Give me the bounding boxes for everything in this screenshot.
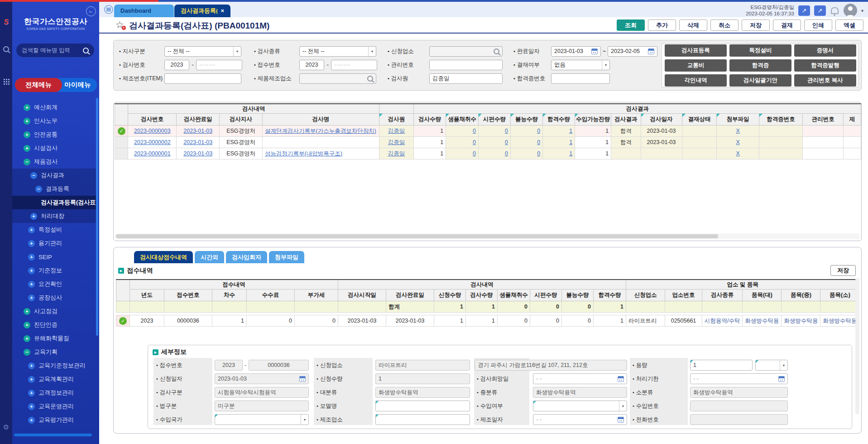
capacity-input[interactable]: 1 <box>690 360 753 371</box>
sidebar-item-23[interactable]: 교육평가관리 <box>12 413 96 427</box>
sidebar-item-19[interactable]: 교육기준정보관리 <box>12 359 96 372</box>
search-button[interactable]: 조회 <box>617 19 645 31</box>
minus-circle-icon[interactable] <box>24 159 30 165</box>
insp-no-link[interactable]: 2023-0000002 <box>134 139 171 145</box>
tab-current-page[interactable]: 검사결과등록(검사 × <box>174 5 230 17</box>
plus-circle-icon[interactable] <box>28 254 35 261</box>
external-link-icon[interactable] <box>798 5 810 16</box>
approve-button[interactable]: 결재 <box>773 19 801 31</box>
certificate-button[interactable]: 증명서 <box>794 44 856 57</box>
calendar-icon[interactable] <box>648 48 654 54</box>
plus-circle-icon[interactable] <box>24 118 30 125</box>
fail-link[interactable]: 0 <box>537 150 540 157</box>
complete-to-input[interactable]: 2023-02-05 <box>608 46 657 57</box>
print-button[interactable]: 인쇄 <box>804 19 832 31</box>
search-icon[interactable] <box>3 46 9 52</box>
attachment-link[interactable]: X <box>736 128 739 134</box>
maker-input[interactable] <box>375 414 470 425</box>
sidebar-item-16[interactable]: 진단인증 <box>12 318 96 332</box>
sidebar-item-9[interactable]: 특정설비 <box>12 223 96 236</box>
sidebar-item-14[interactable]: 공장심사 <box>12 291 96 304</box>
inspector-link[interactable]: 김종일 <box>388 128 405 134</box>
calendar-icon[interactable] <box>618 376 624 382</box>
plus-circle-icon[interactable] <box>28 294 35 301</box>
pass-cert-button[interactable]: 합격증 <box>729 59 791 72</box>
minus-circle-icon[interactable] <box>30 172 37 179</box>
insp-no-year-input[interactable]: 2023 <box>164 60 189 70</box>
sidebar-item-21[interactable]: 고객정보관리 <box>12 386 96 400</box>
specimen-link[interactable]: 0 <box>505 139 508 145</box>
calendar-icon[interactable] <box>591 48 598 54</box>
plus-circle-icon[interactable] <box>28 362 35 369</box>
sidebar-item-1[interactable]: 인사노무 <box>12 114 96 128</box>
mgmt-no-copy-button[interactable]: 관리번호 복사 <box>794 74 856 87</box>
sidebar-item-17[interactable]: 유해화학물질 <box>12 332 96 345</box>
table-row[interactable]: 2023-0000002 2023-01-03 ESG경영처 김종일 1 0 0… <box>115 137 861 148</box>
inspector-link[interactable]: 김종일 <box>388 139 405 145</box>
cancel-button[interactable]: 취소 <box>710 19 739 31</box>
model-input[interactable] <box>375 401 470 411</box>
sidebar-item-4[interactable]: 제품검사 <box>12 155 96 169</box>
notification-bell-icon[interactable] <box>831 7 839 14</box>
mfg-date-input[interactable]: - - <box>533 414 627 425</box>
plus-circle-icon[interactable] <box>28 417 35 424</box>
fail-link[interactable]: 0 <box>537 139 540 145</box>
sidebar-item-5[interactable]: 검사결과 <box>12 169 96 182</box>
apps-grid-icon[interactable] <box>4 79 5 80</box>
close-icon[interactable]: × <box>221 5 224 17</box>
sidebar-item-12[interactable]: 기준정보 <box>12 264 96 277</box>
sidebar-item-8[interactable]: 처리대장 <box>12 209 96 223</box>
sidebar-item-2[interactable]: 안전공통 <box>12 128 96 141</box>
sidebar-item-13[interactable]: 요건확인 <box>12 277 96 291</box>
sidebar-item-6[interactable]: 결과등록 <box>12 182 96 196</box>
special-equipment-button[interactable]: 특정설비 <box>729 44 791 57</box>
chevron-down-icon[interactable] <box>301 415 308 425</box>
favorite-star-icon[interactable] <box>115 19 124 30</box>
sidebar-item-22[interactable]: 교육운영관리 <box>12 400 96 413</box>
sidebar-vertical-scrollbar[interactable] <box>96 98 98 336</box>
approval-select[interactable]: 없음 <box>551 60 610 70</box>
chevron-down-icon[interactable] <box>233 47 241 56</box>
hope-date-input[interactable]: - - <box>533 373 627 384</box>
inspector-input[interactable]: 김종일 <box>429 73 503 84</box>
search-icon[interactable] <box>494 48 499 54</box>
sidebar-item-3[interactable]: 시설검사 <box>12 141 96 155</box>
calendar-icon[interactable] <box>778 376 785 382</box>
plus-circle-icon[interactable] <box>24 145 30 152</box>
deadline-input[interactable]: - - <box>690 373 788 384</box>
avatar[interactable] <box>844 4 857 17</box>
insp-no-serial-input[interactable]: ------- <box>196 60 242 70</box>
inspector-link[interactable]: 김종일 <box>388 150 405 157</box>
batch-draft-button[interactable]: 검사일괄기안 <box>729 74 791 87</box>
tab-attachment[interactable]: 첨부파일 <box>269 251 304 263</box>
receipt-no-year-input[interactable]: 2023 <box>299 60 324 70</box>
mgmt-no-input[interactable] <box>429 60 503 70</box>
sample-link[interactable]: 0 <box>473 139 476 145</box>
insp-name-link[interactable]: 설계단계검사기록부(가스누출경보차단장치) <box>265 128 376 134</box>
excel-button[interactable]: 엑셀 <box>835 19 863 31</box>
capacity-unit-select[interactable] <box>755 360 788 371</box>
insp-no-link[interactable]: 2023-0000001 <box>134 150 171 157</box>
plus-circle-icon[interactable] <box>28 390 35 396</box>
row-selector[interactable] <box>115 137 128 148</box>
tab-all-menu[interactable]: 전체메뉴 <box>15 78 62 92</box>
scrollbar-thumb[interactable] <box>116 234 718 238</box>
complete-date-link[interactable]: 2023-01-03 <box>183 128 212 134</box>
import-country-select[interactable] <box>215 414 309 425</box>
search-icon[interactable] <box>83 48 89 53</box>
sidebar-item-7-active[interactable]: 검사결과등록(검사표) <box>12 196 96 209</box>
chevron-down-icon[interactable] <box>368 47 376 56</box>
plus-circle-icon[interactable] <box>28 403 35 410</box>
menu-search-input[interactable]: 검색할 메뉴명 입력 <box>16 43 94 57</box>
receipt-save-button[interactable]: 저장 <box>830 265 856 276</box>
insp-sheet-reg-button[interactable]: 검사표등록 <box>665 44 727 57</box>
fail-link[interactable]: 0 <box>537 128 540 134</box>
row-selector[interactable] <box>116 315 130 327</box>
calendar-icon[interactable] <box>618 417 624 423</box>
chevron-down-icon[interactable] <box>780 360 787 370</box>
sidebar-item-20[interactable]: 교육계획관리 <box>12 372 96 386</box>
open-window-icon[interactable] <box>814 5 826 16</box>
attachment-link[interactable]: X <box>736 139 739 145</box>
sidebar-item-11[interactable]: SEIP <box>12 250 96 264</box>
delete-button[interactable]: 삭제 <box>679 19 707 31</box>
